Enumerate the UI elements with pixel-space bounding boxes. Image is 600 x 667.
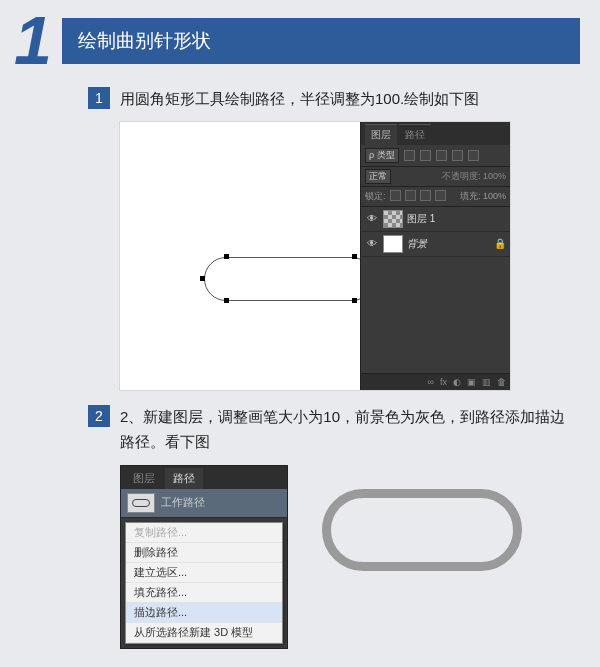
section-number: 1 — [14, 6, 52, 74]
lock-label: 锁定: — [365, 190, 386, 203]
panel-tabs: 图层 路径 — [121, 466, 287, 489]
anchor-point — [224, 298, 229, 303]
lock-fill-row: 锁定: 填充: 100% — [361, 187, 510, 207]
link-icon[interactable]: ∞ — [428, 377, 434, 387]
layer-row[interactable]: 👁 图层 1 — [361, 207, 510, 232]
anchor-point — [352, 254, 357, 259]
blend-opacity-row: 正常 不透明度: 100% — [361, 167, 510, 187]
stroked-rounded-rect — [322, 489, 522, 571]
lock-transparent-icon[interactable] — [390, 190, 401, 201]
tab-layers[interactable]: 图层 — [365, 124, 397, 145]
lock-position-icon[interactable] — [420, 190, 431, 201]
anchor-point — [352, 298, 357, 303]
step-1-text: 用圆角矩形工具绘制路径，半径调整为100.绘制如下图 — [120, 86, 580, 112]
step-2: 2 2、新建图层，调整画笔大小为10，前景色为灰色，到路径添加描边路径。看下图 … — [88, 404, 580, 649]
step-2-text: 2、新建图层，调整画笔大小为10，前景色为灰色，到路径添加描边路径。看下图 — [120, 404, 580, 455]
step-1-header: 1 用圆角矩形工具绘制路径，半径调整为100.绘制如下图 — [88, 86, 580, 112]
layer-row[interactable]: 👁 背景 🔒 — [361, 232, 510, 257]
fx-icon[interactable]: fx — [440, 377, 447, 387]
trash-icon[interactable]: 🗑 — [497, 377, 506, 387]
panel-tabs: 图层 路径 — [361, 122, 510, 145]
new-layer-icon[interactable]: ▥ — [482, 377, 491, 387]
step-badge: 2 — [88, 405, 110, 427]
menu-item-make-selection[interactable]: 建立选区... — [126, 563, 282, 583]
rounded-rect-path — [204, 257, 374, 301]
mask-icon[interactable]: ◐ — [453, 377, 461, 387]
layer-list: 👁 图层 1 👁 背景 🔒 — [361, 207, 510, 373]
layer-filter-row: ρ 类型 — [361, 145, 510, 167]
layer-thumbnail — [383, 235, 403, 253]
opacity-label: 不透明度: 100% — [442, 170, 506, 183]
menu-item-copy-path[interactable]: 复制路径... — [126, 523, 282, 543]
tab-paths[interactable]: 路径 — [165, 468, 203, 489]
filter-type-select[interactable]: ρ 类型 — [365, 148, 399, 163]
lock-pixel-icon[interactable] — [405, 190, 416, 201]
layers-panel: 图层 路径 ρ 类型 正常 不透明度: 100% 锁定: — [360, 122, 510, 390]
adjustment-icon[interactable]: ▣ — [467, 377, 476, 387]
filter-adjust-icon[interactable] — [420, 150, 431, 161]
tab-layers[interactable]: 图层 — [125, 468, 163, 489]
step-badge: 1 — [88, 87, 110, 109]
path-thumbnail — [127, 493, 155, 513]
filter-shape-icon[interactable] — [452, 150, 463, 161]
layer-name: 背景 — [407, 237, 490, 251]
layer-name: 图层 1 — [407, 212, 506, 226]
work-path-row[interactable]: 工作路径 — [121, 489, 287, 518]
canvas-screenshot: 图层 路径 ρ 类型 正常 不透明度: 100% 锁定: — [120, 122, 510, 390]
layer-thumbnail — [383, 210, 403, 228]
menu-item-fill-path[interactable]: 填充路径... — [126, 583, 282, 603]
lock-icon: 🔒 — [494, 238, 506, 249]
section-title: 绘制曲别针形状 — [62, 18, 580, 64]
menu-item-delete-path[interactable]: 删除路径 — [126, 543, 282, 563]
figure-1: 图层 路径 ρ 类型 正常 不透明度: 100% 锁定: — [120, 122, 580, 390]
lock-all-icon[interactable] — [435, 190, 446, 201]
filter-smart-icon[interactable] — [468, 150, 479, 161]
figure-2: 图层 路径 工作路径 复制路径... 删除路径 建立选区... 填充路径... … — [120, 465, 580, 649]
tab-paths[interactable]: 路径 — [399, 124, 431, 145]
paths-panel: 图层 路径 工作路径 复制路径... 删除路径 建立选区... 填充路径... … — [120, 465, 288, 649]
menu-item-new-3d-model[interactable]: 从所选路径新建 3D 模型 — [126, 623, 282, 643]
panel-footer: ∞ fx ◐ ▣ ▥ 🗑 — [361, 373, 510, 390]
step-2-header: 2 2、新建图层，调整画笔大小为10，前景色为灰色，到路径添加描边路径。看下图 — [88, 404, 580, 455]
visibility-eye-icon[interactable]: 👁 — [365, 238, 379, 249]
filter-pixel-icon[interactable] — [404, 150, 415, 161]
visibility-eye-icon[interactable]: 👁 — [365, 213, 379, 224]
blend-mode-select[interactable]: 正常 — [365, 169, 391, 184]
filter-type-icon[interactable] — [436, 150, 447, 161]
fill-label: 填充: 100% — [460, 190, 506, 203]
work-path-label: 工作路径 — [161, 495, 205, 510]
section-header: 1 绘制曲别针形状 — [0, 0, 600, 68]
menu-item-stroke-path[interactable]: 描边路径... — [126, 603, 282, 623]
anchor-point — [224, 254, 229, 259]
step-1: 1 用圆角矩形工具绘制路径，半径调整为100.绘制如下图 图层 路径 ρ 类型 — [88, 86, 580, 390]
anchor-point — [200, 276, 205, 281]
context-menu: 复制路径... 删除路径 建立选区... 填充路径... 描边路径... 从所选… — [125, 522, 283, 644]
